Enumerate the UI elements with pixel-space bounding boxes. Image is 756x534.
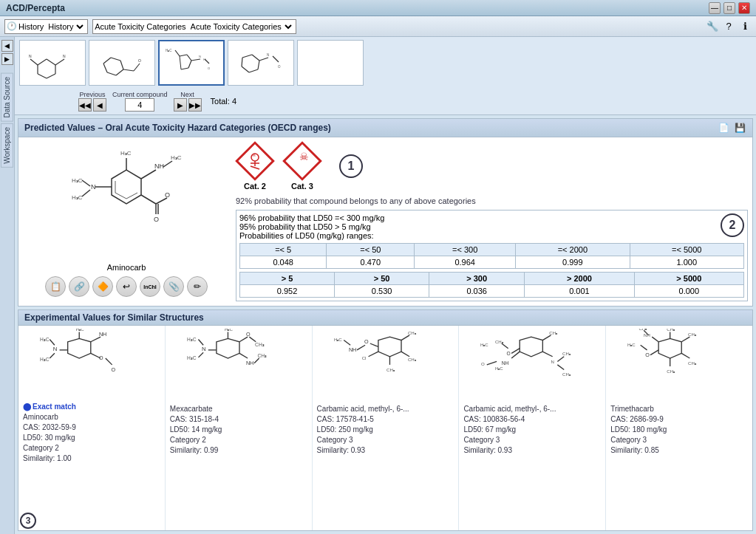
svg-line-129	[543, 352, 553, 357]
predicted-title: Predicted Values – Oral Acute Toxicity H…	[24, 123, 331, 133]
attach-btn[interactable]: 📎	[163, 276, 184, 297]
svg-line-13	[116, 69, 123, 75]
compound-thumb-2[interactable]: O	[89, 40, 155, 86]
copy-btn[interactable]: 📋	[45, 276, 66, 297]
compound-thumb-3[interactable]: H₃C N H O	[158, 40, 225, 86]
prob-line3: Probabilities of LD50 (mg/kg) ranges:	[239, 231, 384, 240]
svg-line-104	[357, 345, 365, 350]
compound-ld50-2: LD50: 14 mg/kg	[170, 425, 307, 435]
svg-text:N: N	[202, 346, 206, 352]
prob-val-le50: 0.470	[327, 256, 415, 269]
svg-marker-107	[378, 337, 401, 357]
results-panel: ☠ Cat. 2	[236, 142, 748, 301]
svg-text:CH₃: CH₃	[407, 357, 416, 362]
main-area: ◀ ▶ Data Source Workspace	[0, 37, 756, 534]
svg-line-24	[181, 68, 188, 69]
undo-btn[interactable]: ↩	[116, 276, 137, 297]
save-icon[interactable]: 💾	[733, 121, 746, 134]
svg-text:CH₃: CH₃	[639, 329, 648, 331]
link-btn[interactable]: 🔗	[69, 276, 89, 297]
maximize-button[interactable]: □	[723, 2, 735, 14]
experimental-header: Experimental Values for Similar Structur…	[18, 310, 752, 326]
svg-line-0	[38, 59, 47, 65]
molecule-thumb-2-svg: O	[92, 43, 151, 83]
svg-line-85	[198, 339, 203, 345]
prob-header-le5: =< 5	[240, 244, 327, 256]
close-button[interactable]: ✕	[738, 2, 750, 14]
svg-line-26	[191, 59, 200, 61]
info-icon[interactable]: ℹ	[738, 20, 752, 33]
svg-line-23	[188, 61, 191, 68]
compound-sim-4: Similarity: 0.93	[463, 445, 601, 456]
svg-marker-139	[658, 338, 681, 358]
svg-text:O: O	[154, 216, 159, 223]
svg-line-93	[239, 337, 248, 342]
compound-sim-5: Similarity: 0.85	[610, 445, 748, 456]
svg-line-131	[558, 357, 565, 362]
tools-icon[interactable]: 🔧	[706, 20, 719, 33]
molecule-thumb-1-svg: N N	[23, 43, 82, 83]
compound-card-5[interactable]: H₃C O NH CH₃ CH₃ CH₃	[606, 326, 752, 530]
svg-text:CH₃: CH₃	[562, 372, 571, 377]
svg-text:H₃C: H₃C	[72, 177, 83, 184]
compound-info-2: Mexacarbate CAS: 315-18-4 LD50: 14 mg/kg…	[170, 404, 307, 456]
svg-line-87	[198, 352, 203, 357]
svg-text:CH₃: CH₃	[255, 342, 265, 347]
circle-num-3: 3	[20, 513, 36, 529]
3d-btn[interactable]: 🔶	[92, 276, 113, 297]
data-source-tab[interactable]: Data Source	[1, 73, 13, 122]
prob-box: 96% probability that LD50 =< 300 mg/kg 9…	[236, 210, 748, 301]
compound-cat-5: Category 3	[610, 435, 748, 445]
previous-label: Previous	[79, 91, 105, 98]
svg-text:H₃C: H₃C	[76, 329, 84, 332]
prob-val-gt2000: 0.001	[525, 285, 634, 298]
svg-text:H₃C: H₃C	[495, 366, 503, 371]
help-icon[interactable]: ?	[722, 20, 735, 33]
last-btn[interactable]: ▶▶	[188, 98, 202, 112]
compound-cas-3: CAS: 17578-41-5	[317, 414, 454, 425]
svg-line-136	[641, 345, 647, 350]
compound-card-1[interactable]: H₃C H₃C N H₃C NH O	[18, 326, 166, 530]
inchi-btn[interactable]: InChI	[140, 276, 160, 297]
category-dropdown[interactable]: Acute Toxicity Categories Acute Toxicity…	[92, 19, 296, 34]
svg-text:NH: NH	[154, 162, 164, 170]
minimize-button[interactable]: —	[709, 2, 721, 14]
prev-btn[interactable]: ◀	[93, 98, 106, 112]
svg-text:H₃C: H₃C	[120, 150, 132, 157]
next-btn[interactable]: ▶	[174, 98, 187, 112]
svg-text:CH₃: CH₃	[688, 332, 697, 337]
first-btn[interactable]: ◀◀	[78, 98, 92, 112]
app-title: ACD/Percepta	[6, 3, 65, 13]
prob-line2: 95% probability that LD50 > 5 mg/kg	[239, 222, 384, 231]
probability-text: 92% probability that compound belongs to…	[236, 196, 748, 205]
compound-card-2[interactable]: H₃C H₃C N H₃C O CH₃	[166, 326, 313, 530]
edit-btn[interactable]: ✏	[187, 276, 208, 297]
svg-text:NH: NH	[348, 346, 355, 353]
compound-struct-1: H₃C H₃C N H₃C NH O	[23, 329, 160, 403]
compound-sim-3: Similarity: 0.93	[317, 445, 454, 456]
svg-line-16	[123, 69, 134, 71]
compound-thumbnails: N N O	[19, 40, 752, 88]
svg-line-33	[258, 61, 259, 69]
compound-card-3[interactable]: H₃C NH O Cl CH₃ CH₃	[313, 326, 460, 530]
pdf-icon[interactable]: 📄	[717, 121, 730, 134]
svg-line-148	[681, 353, 689, 358]
history-dropdown[interactable]: 🕐 History History	[4, 19, 88, 34]
side-up-btn[interactable]: ◀	[1, 40, 13, 52]
compound-thumb-1[interactable]: N N	[19, 40, 86, 86]
svg-text:N: N	[53, 346, 58, 352]
compound-name-4: Carbamic acid, methyl-, 6-...	[463, 404, 601, 414]
svg-text:O: O	[99, 355, 103, 361]
side-down-btn[interactable]: ▶	[1, 53, 13, 65]
compound-thumb-4[interactable]: N O	[228, 40, 294, 86]
compound-thumb-empty	[297, 40, 364, 86]
window-controls: — □ ✕	[709, 2, 750, 14]
workspace-tab[interactable]: Workspace	[1, 123, 13, 168]
current-compound-input[interactable]: 4	[125, 98, 154, 112]
svg-text:CH₃: CH₃	[386, 367, 395, 372]
svg-text:H₃C: H₃C	[187, 337, 197, 342]
compound-card-4[interactable]: H₃C CH₃ O O H₃C NH CH₃	[459, 326, 606, 530]
svg-text:CH₃: CH₃	[407, 330, 416, 335]
compound-cat-3: Category 3	[317, 435, 454, 445]
svg-text:NH: NH	[246, 360, 253, 366]
